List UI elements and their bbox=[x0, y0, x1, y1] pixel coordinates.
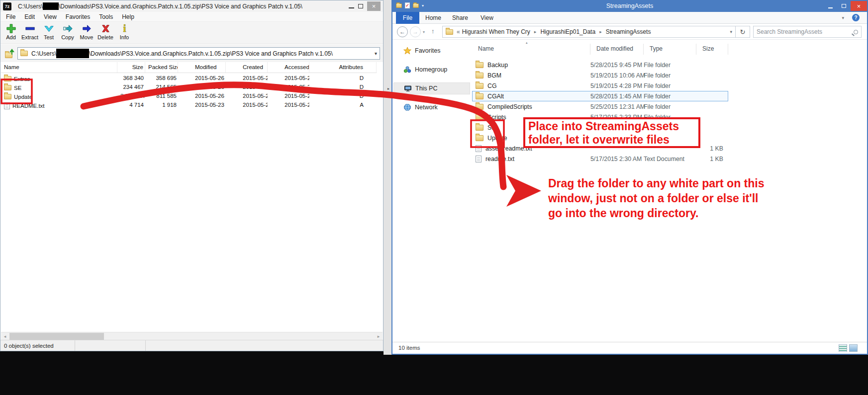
list-item-backup[interactable]: Backup 5/28/2015 9:45 PM File folder bbox=[472, 60, 728, 70]
column-header-accessed[interactable]: Accessed bbox=[268, 62, 309, 73]
folder-icon bbox=[4, 76, 11, 81]
file-size: 3 896 737 bbox=[117, 92, 145, 101]
tab-home[interactable]: Home bbox=[425, 14, 441, 21]
delete-button[interactable]: Delete bbox=[96, 22, 115, 40]
window-title: StreamingAssets bbox=[392, 2, 867, 9]
menubar: File Edit View Favorites Tools Help bbox=[0, 12, 383, 22]
table-row-readme[interactable]: README.txt 4 714 1 918 2015-05-23 17:28 … bbox=[1, 101, 377, 110]
move-arrow-icon bbox=[81, 23, 93, 34]
tab-file[interactable]: File bbox=[396, 12, 419, 24]
search-box[interactable] bbox=[753, 26, 862, 38]
list-item-cg[interactable]: CG 5/19/2015 4:28 PM File folder bbox=[472, 80, 728, 91]
created-date: 2015-05-26 09:31 bbox=[226, 74, 268, 83]
table-row-update[interactable]: Update 3 896 737 811 585 2015-05-26 09:3… bbox=[1, 92, 377, 101]
address-history-caret-icon[interactable]: ▾ bbox=[730, 29, 732, 34]
folder-icon bbox=[476, 83, 483, 89]
close-button[interactable]: × bbox=[851, 1, 867, 11]
window-title: C:\Users\\Downloads\PS3.Voice.and.Graphi… bbox=[18, 2, 302, 10]
scroll-left-icon[interactable]: ◂ bbox=[1, 332, 9, 340]
table-row-se[interactable]: SE 234 467 214 565 2015-05-26 09:31 2015… bbox=[1, 83, 377, 92]
column-header-size[interactable]: Size bbox=[696, 44, 728, 55]
address-combobox[interactable]: C:\Users\\Downloads\PS3.Voice.and.Graphi… bbox=[17, 47, 380, 60]
refresh-button[interactable]: ↻ bbox=[736, 26, 750, 38]
expand-ribbon-icon[interactable]: ▾ bbox=[842, 15, 844, 20]
info-icon: i bbox=[119, 23, 130, 34]
folder-icon bbox=[4, 94, 11, 99]
packed-size: 1 918 bbox=[145, 101, 178, 110]
move-button[interactable]: Move bbox=[77, 22, 96, 40]
menu-help[interactable]: Help bbox=[117, 13, 139, 20]
up-directory-button[interactable] bbox=[4, 49, 15, 59]
sidebar-item-this-pc[interactable]: ▸ This PC bbox=[393, 82, 470, 94]
recent-locations-caret-icon[interactable]: ▾ bbox=[423, 30, 425, 34]
maximize-button[interactable] bbox=[837, 1, 851, 11]
back-button[interactable]: ← bbox=[397, 26, 408, 37]
test-button[interactable]: Test bbox=[39, 22, 58, 40]
maximize-button[interactable] bbox=[358, 4, 363, 8]
add-button[interactable]: Add bbox=[1, 22, 20, 40]
column-header-name[interactable]: Name bbox=[1, 62, 117, 73]
ribbon-tabs: File Home Share View ▾ ? bbox=[392, 12, 867, 24]
column-header-attributes[interactable]: Attributes bbox=[309, 62, 377, 73]
packed-size: 214 565 bbox=[145, 83, 178, 92]
breadcrumb-overflow[interactable]: « bbox=[457, 28, 460, 35]
info-button[interactable]: i Info bbox=[115, 22, 134, 40]
search-input[interactable] bbox=[754, 28, 854, 35]
extract-button[interactable]: Extract bbox=[20, 22, 39, 40]
breadcrumb[interactable]: « Higurashi When They Cry ▸ HigurashiEp0… bbox=[442, 26, 736, 38]
minimize-button[interactable] bbox=[824, 1, 837, 11]
packed-size: 811 585 bbox=[145, 92, 178, 101]
list-item-cgalt[interactable]: CGAlt 5/28/2015 1:45 AM File folder bbox=[472, 91, 728, 101]
list-item-bgm[interactable]: BGM 5/19/2015 10:06 AM File folder bbox=[472, 70, 728, 80]
close-button[interactable]: × bbox=[367, 1, 381, 11]
list-item-compiledscripts[interactable]: CompiledScripts 5/25/2015 12:31 AM File … bbox=[472, 101, 728, 112]
minimize-button[interactable] bbox=[349, 7, 354, 8]
details-view-button[interactable] bbox=[839, 344, 847, 352]
plus-icon bbox=[5, 23, 17, 34]
sidebar-item-network[interactable]: Network bbox=[393, 101, 470, 113]
table-row-extras[interactable]: Extras 368 340 358 695 2015-05-26 09:31 … bbox=[1, 74, 377, 83]
horizontal-scrollbar[interactable]: ◂ ▸ bbox=[1, 332, 383, 340]
breadcrumb-segment[interactable]: Higurashi When They Cry bbox=[462, 28, 530, 35]
tab-view[interactable]: View bbox=[481, 14, 493, 21]
title-path-prefix: C:\Users\ bbox=[18, 3, 43, 10]
breadcrumb-segment[interactable]: HigurashiEp01_Data bbox=[540, 28, 595, 35]
forward-button[interactable]: → bbox=[410, 26, 421, 37]
desktop: 7z C:\Users\\Downloads\PS3.Voice.and.Gra… bbox=[0, 0, 868, 395]
menu-favorites[interactable]: Favorites bbox=[61, 13, 95, 20]
menu-file[interactable]: File bbox=[1, 13, 20, 20]
text-file-icon bbox=[476, 156, 482, 162]
column-header-date-modified[interactable]: Date modified bbox=[590, 44, 644, 55]
column-header-type[interactable]: Type bbox=[644, 44, 696, 55]
sidebar-item-favorites[interactable]: Favorites bbox=[393, 45, 470, 57]
help-button[interactable]: ? bbox=[852, 14, 860, 21]
sidebar-item-homegroup[interactable]: Homegroup bbox=[393, 64, 470, 76]
column-header-packed-size[interactable]: Packed Size bbox=[145, 62, 178, 73]
expand-arrow-icon[interactable]: ▸ bbox=[387, 86, 389, 91]
menu-tools[interactable]: Tools bbox=[95, 13, 117, 20]
column-header-size[interactable]: Size bbox=[117, 62, 145, 73]
file-name: SE bbox=[14, 85, 21, 91]
scrollbar-thumb[interactable] bbox=[9, 333, 104, 340]
list-item-readme[interactable]: readme.txt 5/17/2015 2:30 AM Text Docume… bbox=[472, 154, 728, 164]
file-name: Extras bbox=[14, 76, 30, 82]
breadcrumb-segment[interactable]: StreamingAssets bbox=[606, 28, 651, 35]
folder-icon bbox=[476, 114, 483, 120]
column-headers: Name Size Packed Size Modified Created A… bbox=[1, 62, 377, 73]
up-button[interactable]: ↑ bbox=[431, 27, 435, 35]
statusbar: 10 items bbox=[392, 342, 867, 354]
file-size: 234 467 bbox=[117, 83, 145, 92]
dropdown-caret-icon[interactable]: ▾ bbox=[375, 51, 377, 56]
annotation-note-overwrite: Place into StreamingAssets folder, let i… bbox=[523, 117, 700, 148]
column-header-modified[interactable]: Modified bbox=[178, 62, 226, 73]
column-header-name[interactable]: Name bbox=[472, 44, 590, 55]
thumbnail-view-button[interactable] bbox=[849, 344, 858, 352]
file-size: 368 340 bbox=[117, 74, 145, 83]
menu-view[interactable]: View bbox=[39, 13, 61, 20]
column-header-created[interactable]: Created bbox=[226, 62, 268, 73]
scroll-right-icon[interactable]: ▸ bbox=[375, 332, 383, 340]
text-file-icon bbox=[4, 102, 10, 109]
copy-button[interactable]: Copy bbox=[58, 22, 77, 40]
menu-edit[interactable]: Edit bbox=[20, 13, 39, 20]
tab-share[interactable]: Share bbox=[452, 14, 468, 21]
